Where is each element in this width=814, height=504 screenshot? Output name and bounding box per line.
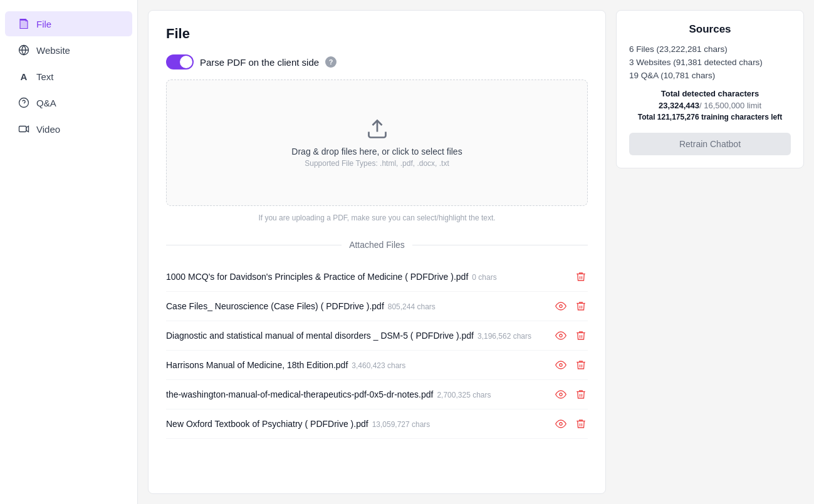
- file-chars: 0 chars: [472, 273, 496, 282]
- file-chars: 3,196,562 chars: [477, 332, 531, 341]
- file-chars: 805,244 chars: [388, 302, 436, 311]
- sidebar-item-text-label: Text: [36, 71, 54, 82]
- delete-button[interactable]: [574, 329, 588, 342]
- svg-point-8: [560, 334, 563, 337]
- file-actions: [554, 329, 588, 342]
- file-actions: [554, 417, 588, 431]
- svg-point-9: [560, 364, 563, 367]
- delete-button[interactable]: [574, 388, 588, 401]
- table-row: Harrisons Manual of Medicine, 18th Editi…: [166, 351, 588, 380]
- sources-stat-websites: 3 Websites (91,381 detected chars): [629, 58, 791, 67]
- file-list: 1000 MCQ's for Davidson's Principles & P…: [166, 262, 588, 439]
- file-actions: [554, 358, 588, 372]
- file-actions: [554, 299, 588, 313]
- attached-files-label: Attached Files: [349, 240, 405, 250]
- sidebar-item-text[interactable]: A Text: [5, 64, 132, 89]
- file-actions: [554, 388, 588, 401]
- sidebar-item-video[interactable]: Video: [5, 116, 132, 141]
- sidebar-item-file[interactable]: File: [5, 11, 132, 36]
- file-info: 1000 MCQ's for Davidson's Principles & P…: [166, 271, 566, 282]
- delete-button[interactable]: [574, 299, 588, 313]
- delete-button[interactable]: [574, 270, 588, 284]
- file-icon: [18, 18, 30, 30]
- table-row: the-washington-manual-of-medical-therape…: [166, 380, 588, 409]
- file-name: the-washington-manual-of-medical-therape…: [166, 389, 491, 399]
- sources-panel: Sources 6 Files (23,222,281 chars) 3 Web…: [616, 10, 804, 168]
- file-actions: [574, 270, 588, 284]
- file-name: Case Files_ Neuroscience (Case Files) ( …: [166, 301, 436, 311]
- sources-limit: / 16,500,000 limit: [699, 101, 761, 110]
- svg-point-7: [560, 305, 563, 308]
- file-info: Diagnostic and statistical manual of men…: [166, 330, 546, 341]
- retrain-chatbot-button[interactable]: Retrain Chatbot: [629, 133, 791, 155]
- preview-button[interactable]: [554, 417, 568, 431]
- svg-marker-5: [26, 126, 29, 132]
- file-drop-zone[interactable]: Drag & drop files here, or click to sele…: [166, 80, 588, 206]
- sources-training-left: Total 121,175,276 training characters le…: [629, 113, 791, 121]
- delete-button[interactable]: [574, 417, 588, 431]
- upload-icon: [366, 118, 389, 140]
- toggle-row: Parse PDF on the client side ?: [166, 54, 588, 69]
- table-row: Diagnostic and statistical manual of men…: [166, 321, 588, 351]
- file-info: the-washington-manual-of-medical-therape…: [166, 389, 546, 400]
- drop-zone-main-text: Drag & drop files here, or click to sele…: [291, 147, 462, 157]
- sidebar-item-video-label: Video: [36, 124, 60, 135]
- file-name: Diagnostic and statistical manual of men…: [166, 331, 531, 341]
- svg-point-10: [560, 393, 563, 396]
- file-info: Harrisons Manual of Medicine, 18th Editi…: [166, 359, 546, 371]
- text-icon: A: [18, 70, 30, 83]
- table-row: New Oxford Textbook of Psychiatry ( PDFD…: [166, 409, 588, 439]
- svg-point-2: [19, 98, 29, 108]
- preview-button[interactable]: [554, 299, 568, 313]
- toggle-label: Parse PDF on the client side: [200, 57, 319, 68]
- attached-files-divider: Attached Files: [166, 240, 588, 250]
- page-title: File: [166, 26, 588, 42]
- file-chars: 3,460,423 chars: [352, 361, 405, 370]
- sources-stat-files: 6 Files (23,222,281 chars): [629, 44, 791, 54]
- sidebar-item-website[interactable]: Website: [5, 38, 132, 63]
- file-name: New Oxford Textbook of Psychiatry ( PDFD…: [166, 419, 430, 429]
- file-chars: 13,059,727 chars: [372, 420, 430, 429]
- globe-icon: [18, 44, 30, 56]
- sidebar-item-website-label: Website: [36, 45, 70, 56]
- sources-title: Sources: [629, 23, 791, 36]
- file-info: Case Files_ Neuroscience (Case Files) ( …: [166, 301, 546, 312]
- svg-point-11: [560, 423, 563, 426]
- qa-icon: [18, 96, 30, 109]
- table-row: Case Files_ Neuroscience (Case Files) ( …: [166, 292, 588, 321]
- help-icon[interactable]: ?: [325, 56, 337, 68]
- sidebar-item-qa-label: Q&A: [36, 98, 56, 108]
- svg-rect-4: [19, 126, 26, 132]
- drop-zone-sub-text: Supported File Types: .html, .pdf, .docx…: [305, 159, 449, 168]
- sources-stat-qa: 19 Q&A (10,781 chars): [629, 71, 791, 80]
- sources-total-label: Total detected characters: [629, 89, 791, 98]
- sources-total: Total detected characters 23,324,443/ 16…: [629, 89, 791, 121]
- preview-button[interactable]: [554, 329, 568, 342]
- parse-pdf-toggle[interactable]: [166, 54, 194, 69]
- file-info: New Oxford Textbook of Psychiatry ( PDFD…: [166, 418, 546, 429]
- main-content: File Parse PDF on the client side ? Drag…: [148, 10, 606, 494]
- file-name: 1000 MCQ's for Davidson's Principles & P…: [166, 272, 497, 282]
- sidebar-item-file-label: File: [36, 19, 51, 29]
- sidebar: File Website A Text Q&A Video: [0, 0, 138, 504]
- preview-button[interactable]: [554, 358, 568, 372]
- sources-total-value: 23,324,443/ 16,500,000 limit: [629, 101, 791, 110]
- video-icon: [18, 123, 30, 135]
- file-chars: 2,700,325 chars: [437, 391, 491, 399]
- pdf-note: If you are uploading a PDF, make sure yo…: [166, 213, 588, 222]
- preview-button[interactable]: [554, 388, 568, 401]
- delete-button[interactable]: [574, 358, 588, 372]
- file-name: Harrisons Manual of Medicine, 18th Editi…: [166, 360, 405, 370]
- table-row: 1000 MCQ's for Davidson's Principles & P…: [166, 262, 588, 292]
- sidebar-item-qa[interactable]: Q&A: [5, 90, 132, 115]
